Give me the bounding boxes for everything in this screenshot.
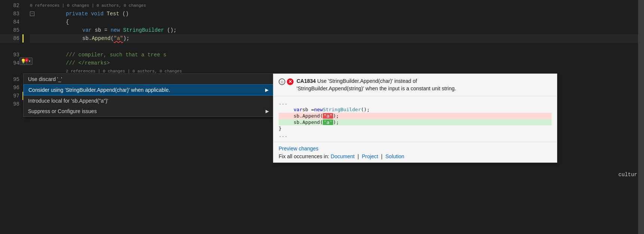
chevron-right-suppress-icon: ▶ [266, 109, 269, 114]
preview-code-line-removed: sb.Append( "a" ); [279, 113, 552, 119]
method-test: Test [107, 11, 119, 17]
preview-sb-removed: sb.Append( [294, 113, 323, 119]
code-line-82-ref: 0 references | 0 changes | 0 authors, 0 … [30, 1, 644, 10]
line-num-84: 84 [0, 18, 19, 26]
plain-parens-85: (); [167, 27, 177, 33]
code-line-94: /// </remarks> [30, 59, 644, 67]
fix-sep-1: | [358, 153, 359, 159]
menu-item-consider-using[interactable]: Consider using 'StringBuilder.Append(cha… [24, 84, 273, 96]
circle-check-icon: ⊙ [279, 78, 285, 85]
line-numbers: 82 83 84 85 86 93 94 95 96 97 98 [0, 0, 22, 108]
code-line-84: { [30, 18, 644, 26]
preview-code-line-brace: } [279, 125, 552, 132]
preview-panel: ⊙ ✕ CA1834 Use 'StringBuilder.Append(cha… [273, 74, 557, 163]
preview-code-line-sb: var sb = new StringBuilder (); [279, 106, 552, 113]
plain-parens-83: () [122, 11, 129, 17]
line-num-93: 93 [0, 51, 19, 59]
line-num-86: 86 [0, 34, 19, 43]
line-num-87 [0, 43, 19, 51]
preview-type-sb: StringBuilder [323, 107, 361, 112]
paren-close-86: ); [123, 35, 129, 41]
quick-actions-menu: Use discard '_' Consider using 'StringBu… [23, 74, 274, 117]
line-num-blank [0, 67, 19, 75]
method-append-86: Append [92, 35, 110, 41]
preview-dots-2: ... [279, 132, 552, 139]
error-badge: × [25, 58, 28, 62]
preview-sb-removed-close: ); [333, 113, 339, 119]
plain-sb-86: sb. [82, 35, 92, 41]
code-line-blank [30, 43, 644, 51]
preview-sb-eq: sb = [302, 107, 314, 112]
line-num-82: 82 [0, 1, 19, 10]
open-brace-84: { [66, 18, 69, 26]
preview-sb-paren: (); [361, 107, 369, 112]
dropdown-arrow-icon: ▾ [28, 59, 31, 63]
comment-94: /// </remarks> [66, 59, 110, 67]
preview-title-part2: 'StringBuilder.Append(string)' when the … [297, 85, 456, 91]
fix-solution-link[interactable]: Solution [386, 153, 405, 159]
type-stringbuilder-85: StringBuilder [123, 27, 164, 33]
preview-title-part1: Use 'StringBuilder.Append(char)' instead… [317, 78, 417, 84]
line-num-83: 83 [0, 10, 19, 18]
ref-text-82: 0 references | 0 changes | 0 authors, 0 … [30, 1, 146, 10]
line-num-98: 98 [0, 100, 19, 108]
plain-sb-85: sb = [95, 27, 111, 33]
line-num-95: 95 [0, 75, 19, 84]
line-num-85: 85 [0, 26, 19, 34]
keyword-new-85: new [111, 27, 123, 33]
menu-item-suppress-label: Suppress or Configure issues [28, 108, 97, 114]
fix-all-line: Fix all occurrences in: Document | Proje… [279, 153, 552, 159]
keyword-void-83: void [91, 11, 107, 17]
collapse-icon-83[interactable]: − [30, 12, 34, 16]
menu-item-consider-using-label: Consider using 'StringBuilder.Append(cha… [28, 87, 170, 93]
comment-93: /// compiler, such that a tree s [66, 51, 166, 59]
line-num-94: 94 [0, 59, 19, 67]
preview-sb-added-close: ); [333, 119, 339, 125]
menu-item-use-discard-label: Use discard '_' [28, 76, 62, 82]
preview-header: ⊙ ✕ CA1834 Use 'StringBuilder.Append(cha… [273, 74, 557, 96]
highlight-added-char: 'a' [323, 119, 333, 125]
menu-item-use-discard[interactable]: Use discard '_' [24, 74, 273, 84]
code-line-93: /// compiler, such that a tree s [30, 51, 644, 59]
fix-all-prefix: Fix all occurrences in: [279, 153, 329, 159]
code-line-86: sb.Append("a"); [30, 34, 644, 43]
fix-document-link[interactable]: Document [331, 153, 355, 159]
fix-project-link[interactable]: Project [362, 153, 378, 159]
preview-title: CA1834 Use 'StringBuilder.Append(char)' … [297, 78, 456, 92]
keyword-private-83: private [66, 11, 91, 17]
menu-item-introduce-local[interactable]: Introduce local for 'sb.Append("a")' [24, 96, 273, 106]
line-num-97: 97 [0, 92, 19, 100]
preview-changes-link[interactable]: Preview changes [279, 146, 319, 152]
right-sidebar-text: cultur [619, 172, 637, 178]
fix-sep-2: | [381, 153, 383, 159]
error-circle-icon: ✕ [287, 78, 294, 85]
code-line-85: var sb = new StringBuilder (); [30, 26, 644, 34]
right-sidebar: cultur [638, 0, 644, 234]
preview-icons: ⊙ ✕ [279, 78, 294, 85]
menu-item-suppress[interactable]: Suppress or Configure issues ▶ [24, 106, 273, 116]
preview-kw-var: var [294, 107, 302, 112]
preview-dots-1: ... [279, 99, 552, 106]
lightbulb-button[interactable]: 💡 × [19, 57, 27, 65]
lightbulb-widget[interactable]: 💡 × ▾ [19, 57, 33, 65]
string-a-86: "a" [114, 35, 123, 41]
preview-kw-new: new [314, 107, 323, 112]
preview-error-code: CA1834 [297, 78, 316, 84]
paren-open-86: ( [111, 35, 114, 41]
preview-closing-brace: } [279, 126, 282, 131]
preview-code-area: ... var sb = new StringBuilder (); sb.Ap… [273, 96, 557, 142]
preview-footer: Preview changes Fix all occurrences in: … [273, 142, 557, 162]
menu-item-introduce-local-label: Introduce local for 'sb.Append("a")' [28, 98, 108, 104]
highlight-removed-string: "a" [323, 113, 333, 119]
line-num-96: 96 [0, 84, 19, 92]
chevron-right-icon: ▶ [265, 87, 269, 93]
code-line-83: − private void Test () [30, 10, 644, 18]
preview-code-line-added: sb.Append( 'a' ); [279, 119, 552, 125]
preview-sb-added: sb.Append( [294, 119, 323, 125]
keyword-var-85: var [82, 27, 95, 33]
